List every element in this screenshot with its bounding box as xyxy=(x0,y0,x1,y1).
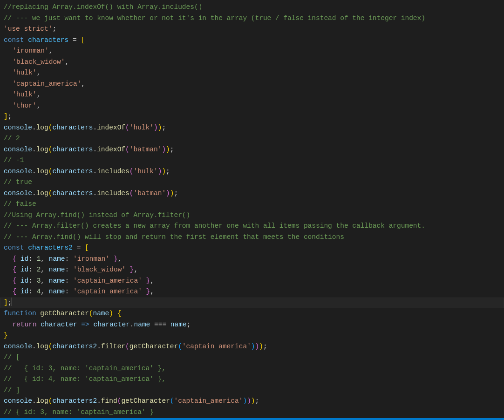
code-line[interactable]: // --- Array.find() will stop and return… xyxy=(4,232,500,243)
token-punct: . xyxy=(32,124,36,131)
token-param: name xyxy=(93,310,109,317)
code-line[interactable]: console.log(characters.includes('batman'… xyxy=(4,188,500,199)
token-prop: name xyxy=(49,255,65,263)
token-brace1: ) xyxy=(154,124,158,131)
token-string: 'black_widow' xyxy=(12,58,65,66)
code-line[interactable]: const characters = [ xyxy=(4,35,500,46)
code-line[interactable]: // { id: 3, name: 'captain_america' }, xyxy=(4,363,500,374)
code-line[interactable]: // --- we just want to know whether or n… xyxy=(4,13,500,24)
token-punct: , xyxy=(41,288,48,295)
token-prop: console xyxy=(4,146,32,153)
code-line[interactable]: //replacing Array.indexOf() with Array.i… xyxy=(4,2,500,13)
token-brace2: ( xyxy=(178,343,182,350)
code-line[interactable]: console.log(characters.indexOf('hulk')); xyxy=(4,122,500,134)
token-brace2: ( xyxy=(170,397,174,405)
token-punct: . xyxy=(130,321,134,328)
token-comment: // [ xyxy=(4,353,20,361)
token-punct: ; xyxy=(162,124,166,131)
token-punct: : xyxy=(28,277,36,285)
token-brace0: } xyxy=(4,332,8,339)
text-cursor xyxy=(12,298,12,306)
token-string: 'captain_america' xyxy=(73,288,142,295)
token-punct xyxy=(24,244,28,251)
code-line[interactable]: // ] xyxy=(4,385,500,396)
code-line[interactable]: 'thor', xyxy=(4,101,500,112)
token-brace0: [ xyxy=(81,36,85,44)
token-indent xyxy=(4,102,12,109)
token-punct: , xyxy=(65,58,69,66)
token-string: 'captain_america' xyxy=(73,277,142,285)
code-line[interactable]: function getCharacter(name) { xyxy=(4,308,500,319)
token-prop: id xyxy=(20,255,28,263)
token-prop: characters2 xyxy=(52,397,97,405)
code-line[interactable]: 'ironman', xyxy=(4,46,500,57)
token-brace0: ) xyxy=(259,343,263,350)
token-func: getCharacter xyxy=(129,343,178,350)
token-punct: : xyxy=(28,266,36,273)
code-line[interactable]: console.log(characters2.filter(getCharac… xyxy=(4,341,500,352)
token-punct: , xyxy=(37,91,41,98)
token-punct: , xyxy=(49,47,53,54)
token-prop: console xyxy=(4,190,32,197)
token-punct xyxy=(109,255,114,263)
token-punct: ; xyxy=(263,343,267,350)
code-line[interactable]: // --- Array.filter() creates a new arra… xyxy=(4,221,500,232)
code-line[interactable]: // true xyxy=(4,177,500,188)
token-func: getCharacter xyxy=(121,397,170,405)
token-brace0: ] xyxy=(4,113,8,120)
code-line[interactable]: // false xyxy=(4,199,500,210)
code-line[interactable]: ]; xyxy=(4,111,500,122)
token-punct: ; xyxy=(170,146,174,153)
code-line[interactable]: console.log(characters.indexOf('batman')… xyxy=(4,144,500,156)
code-line[interactable]: { id: 4, name: 'captain_america' }, xyxy=(4,286,500,298)
code-line[interactable]: // [ xyxy=(4,352,500,363)
token-var: characters xyxy=(28,36,68,44)
code-line[interactable]: const characters2 = [ xyxy=(4,243,500,254)
token-brace0: ) xyxy=(251,397,255,405)
code-line[interactable]: console.log(characters2.find(getCharacte… xyxy=(4,396,500,407)
code-line[interactable]: 'captain_america', xyxy=(4,79,500,90)
code-line[interactable]: console.log(characters.includes('hulk'))… xyxy=(4,166,500,177)
token-brace1: { xyxy=(12,288,16,295)
code-line[interactable]: // { id: 4, name: 'captain_america' }, xyxy=(4,374,500,385)
token-punct: . xyxy=(32,190,36,197)
code-editor[interactable]: //replacing Array.indexOf() with Array.i… xyxy=(0,0,504,420)
token-string: 'ironman' xyxy=(73,255,109,263)
token-func: log xyxy=(36,190,48,197)
code-line[interactable]: 'use strict'; xyxy=(4,24,500,35)
token-brace0: ] xyxy=(4,299,8,306)
token-indent xyxy=(4,47,12,54)
token-prop: name xyxy=(49,277,65,285)
code-line[interactable]: // -1 xyxy=(4,155,500,166)
token-func: indexOf xyxy=(97,124,125,131)
code-line[interactable]: 'hulk', xyxy=(4,68,500,79)
code-line[interactable]: // 2 xyxy=(4,133,500,144)
token-prop: name xyxy=(49,266,65,273)
token-comment: // { id: 3, name: 'captain_america' } xyxy=(4,408,154,416)
token-comment: // -1 xyxy=(4,156,24,164)
code-line[interactable]: { id: 1, name: 'ironman' }, xyxy=(4,254,500,265)
code-line[interactable]: //Using Array.find() instead of Array.fi… xyxy=(4,210,500,221)
code-line[interactable]: { id: 3, name: 'captain_america' }, xyxy=(4,276,500,287)
token-punct: ; xyxy=(8,113,12,120)
code-line[interactable]: 'black_widow', xyxy=(4,57,500,68)
token-comment: // true xyxy=(4,178,32,186)
code-line[interactable]: return character => character.name === n… xyxy=(4,319,500,331)
token-punct: , xyxy=(41,266,48,273)
token-brace0: [ xyxy=(85,244,89,251)
code-line[interactable]: // { id: 3, name: 'captain_america' } xyxy=(4,407,500,418)
token-brace1: ) xyxy=(247,397,251,405)
token-brace1: } xyxy=(114,255,118,263)
token-func: log xyxy=(36,168,48,175)
token-punct xyxy=(16,288,20,295)
code-line[interactable]: 'hulk', xyxy=(4,89,500,101)
token-func: includes xyxy=(97,190,129,197)
token-indent xyxy=(4,255,12,263)
code-line[interactable]: } xyxy=(4,330,500,341)
token-prop: console xyxy=(4,397,32,405)
token-indent xyxy=(4,288,12,295)
token-punct: , xyxy=(150,277,154,285)
token-punct: : xyxy=(65,266,73,273)
code-line[interactable]: { id: 2, name: 'black_widow' }, xyxy=(4,264,500,276)
code-line[interactable]: ]; xyxy=(0,298,504,309)
